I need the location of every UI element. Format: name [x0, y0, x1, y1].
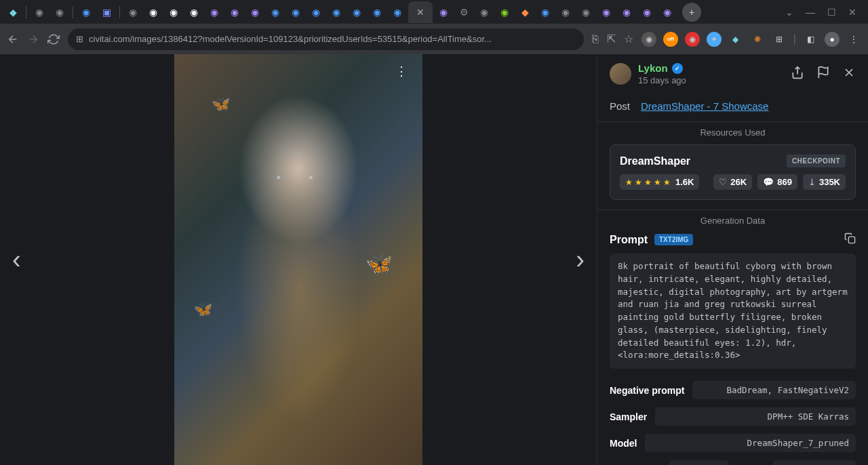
- reload-button[interactable]: [47, 33, 60, 45]
- tab-icon[interactable]: ◉: [327, 3, 346, 22]
- browser-toolbar: ⊞ civitai.com/images/1386412?modelVersio…: [0, 24, 868, 54]
- svg-rect-0: [848, 237, 854, 243]
- verified-badge-icon: ✓: [672, 63, 683, 74]
- tab-icon[interactable]: ◉: [556, 3, 575, 22]
- sidepanel-icon[interactable]: ◧: [803, 32, 818, 47]
- resource-card[interactable]: DreamShaper CHECKPOINT ★★★★★ 1.6K ♡26K 💬…: [610, 144, 856, 200]
- tab-icon[interactable]: ◉: [475, 3, 494, 22]
- comments-chip: 💬869: [757, 174, 797, 190]
- post-label: Post: [610, 100, 630, 112]
- steps-value[interactable]: 28: [773, 460, 856, 465]
- next-image-button[interactable]: ›: [576, 245, 585, 275]
- new-tab-button[interactable]: +: [682, 3, 701, 22]
- tab-active[interactable]: ✕: [408, 1, 433, 23]
- tab-icon[interactable]: ◉: [164, 3, 183, 22]
- flag-icon[interactable]: [816, 66, 830, 82]
- image-viewer: ‹ ⋮ 🦋 🦋 🦋 ›: [0, 54, 597, 465]
- tab-icon[interactable]: ◉: [536, 3, 555, 22]
- post-link[interactable]: DreamShaper - 7 Showcase: [641, 100, 768, 112]
- model-value[interactable]: DreamShaper_7_pruned: [645, 434, 856, 452]
- bookmark-icon[interactable]: ☆: [624, 33, 633, 45]
- tab-icon[interactable]: ▣: [97, 3, 116, 22]
- ext-icon[interactable]: ❋: [750, 32, 765, 47]
- resource-type-badge: CHECKPOINT: [787, 155, 846, 167]
- share-button-icon[interactable]: [791, 66, 804, 82]
- generation-section-label: Generation Data: [597, 209, 868, 232]
- cfg-value[interactable]: 7: [669, 460, 728, 465]
- main-image[interactable]: ⋮ 🦋 🦋 🦋: [174, 54, 422, 465]
- extensions-icon[interactable]: ⊞: [772, 32, 787, 47]
- forward-button[interactable]: [27, 33, 39, 45]
- author-avatar[interactable]: [610, 63, 631, 85]
- tab-icon[interactable]: ◉: [266, 3, 285, 22]
- tab-strip: ◆ ◉ ◉ ◉ ▣ ◉ ◉ ◉ ◉ ◉ ◉ ◉ ◉ ◉ ◉ ◉ ◉ ◉ ◉ ✕ …: [0, 0, 868, 24]
- model-label: Model: [610, 438, 637, 449]
- ext-icon[interactable]: ◉: [685, 32, 700, 47]
- download-icon: ⤓: [808, 177, 816, 187]
- prompt-text[interactable]: 8k portrait of beautiful cyborg with bro…: [610, 254, 856, 369]
- tab-icon[interactable]: ◉: [307, 3, 326, 22]
- close-window-icon[interactable]: ✕: [848, 7, 856, 18]
- tab-icon[interactable]: ◉: [597, 3, 616, 22]
- prompt-label: Prompt: [610, 234, 648, 246]
- tab-icon[interactable]: ◉: [30, 3, 49, 22]
- ext-icon[interactable]: ✦: [707, 32, 722, 47]
- heart-icon: ♡: [719, 177, 727, 187]
- post-timestamp: 15 days ago: [638, 75, 791, 85]
- details-sidebar: Lykon ✓ 15 days ago Post DreamShaper - 7…: [597, 54, 868, 465]
- back-button[interactable]: [7, 33, 19, 45]
- tab-icon[interactable]: ◉: [245, 3, 264, 22]
- likes-chip: ♡26K: [713, 174, 752, 190]
- downloads-chip: ⤓335K: [803, 174, 846, 190]
- author-name-link[interactable]: Lykon ✓: [638, 62, 791, 74]
- tab-dropdown-icon[interactable]: ⌄: [785, 7, 793, 18]
- share-icon[interactable]: ⇱: [607, 33, 616, 45]
- tab-icon[interactable]: ⚙: [454, 3, 473, 22]
- tab-icon[interactable]: ◉: [77, 3, 96, 22]
- profile-icon[interactable]: ●: [825, 32, 840, 47]
- maximize-icon[interactable]: ☐: [827, 7, 836, 18]
- negative-prompt-label: Negative prompt: [610, 385, 684, 396]
- tab-icon[interactable]: ◉: [123, 3, 142, 22]
- sampler-value[interactable]: DPM++ SDE Karras: [655, 407, 856, 426]
- ext-icon[interactable]: ◉: [642, 32, 656, 47]
- url-text: civitai.com/images/1386412?modelVersionI…: [89, 34, 576, 44]
- tab-icon[interactable]: ◉: [434, 3, 453, 22]
- tab-icon[interactable]: ◉: [225, 3, 244, 22]
- tab-icon[interactable]: ◉: [347, 3, 366, 22]
- ext-icon[interactable]: ◆: [728, 32, 743, 47]
- copy-prompt-icon[interactable]: [844, 232, 856, 247]
- resources-section-label: Resources Used: [597, 121, 868, 144]
- close-panel-icon[interactable]: [842, 66, 856, 82]
- tab-icon[interactable]: ◉: [144, 3, 163, 22]
- prompt-type-badge: TXT2IMG: [654, 234, 693, 245]
- tab-icon[interactable]: ◉: [368, 3, 387, 22]
- url-bar[interactable]: ⊞ civitai.com/images/1386412?modelVersio…: [68, 28, 584, 50]
- menu-icon[interactable]: ⋮: [846, 32, 861, 47]
- minimize-icon[interactable]: —: [806, 7, 815, 18]
- image-options-icon[interactable]: ⋮: [395, 64, 408, 79]
- tab-icon[interactable]: ◉: [50, 3, 69, 22]
- rating-chip: ★★★★★ 1.6K: [620, 174, 699, 190]
- tab-icon[interactable]: ◉: [495, 3, 514, 22]
- comment-icon: 💬: [763, 177, 774, 187]
- resource-name: DreamShaper: [620, 155, 690, 167]
- tab-icon[interactable]: ◉: [286, 3, 305, 22]
- sampler-label: Sampler: [610, 411, 647, 422]
- tab-icon[interactable]: ◉: [184, 3, 203, 22]
- tab-icon[interactable]: ◉: [576, 3, 595, 22]
- tab-icon[interactable]: ◉: [658, 3, 677, 22]
- browser-chrome: ◆ ◉ ◉ ◉ ▣ ◉ ◉ ◉ ◉ ◉ ◉ ◉ ◉ ◉ ◉ ◉ ◉ ◉ ◉ ✕ …: [0, 0, 868, 54]
- tab-icon[interactable]: ◉: [205, 3, 224, 22]
- tab-icon[interactable]: ◉: [617, 3, 636, 22]
- ext-icon[interactable]: off: [663, 32, 678, 47]
- tab-icon[interactable]: ◆: [3, 3, 22, 22]
- tab-icon[interactable]: ◉: [637, 3, 656, 22]
- tab-icon[interactable]: ◆: [515, 3, 534, 22]
- negative-prompt-value[interactable]: BadDream, FastNegativeV2: [692, 381, 856, 399]
- install-icon[interactable]: ⎘: [592, 33, 599, 45]
- prev-image-button[interactable]: ‹: [12, 245, 21, 275]
- tab-icon[interactable]: ◉: [388, 3, 407, 22]
